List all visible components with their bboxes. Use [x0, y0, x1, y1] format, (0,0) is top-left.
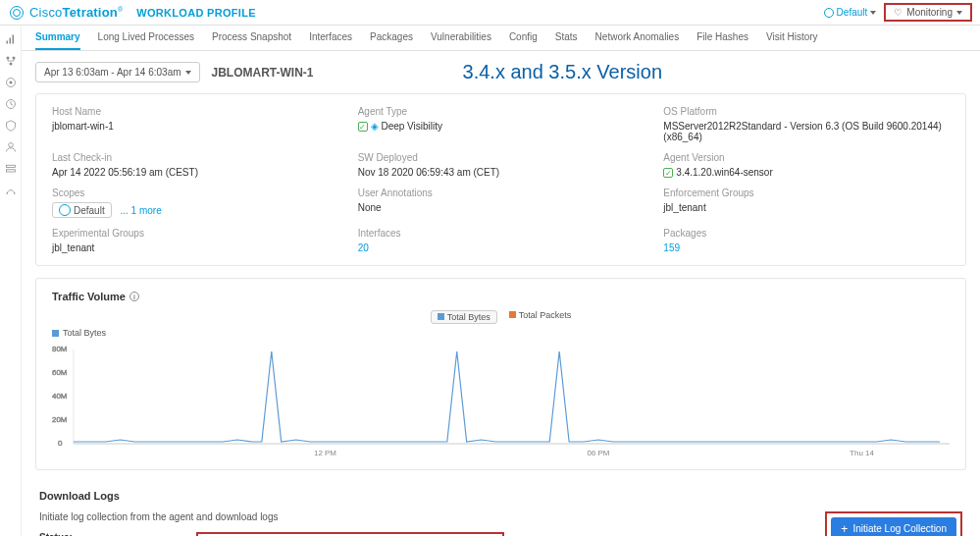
- download-logs-title: Download Logs: [39, 490, 962, 502]
- toggle-total-bytes[interactable]: Total Bytes: [431, 310, 497, 324]
- svg-point-3: [6, 57, 9, 60]
- xaxis-label-1: 12 PM: [314, 449, 336, 457]
- last-checkin-label: Last Check-in: [52, 152, 338, 163]
- initiate-btn-label: Initiate Log Collection: [852, 523, 947, 534]
- tab-visit-history[interactable]: Visit History: [766, 26, 818, 50]
- svg-text:60M: 60M: [52, 368, 67, 377]
- last-checkin-value: Apr 14 2022 05:56:19 am (CEST): [52, 167, 338, 178]
- xaxis-label-2: 06 PM: [587, 449, 609, 457]
- nav-icon-1[interactable]: [5, 33, 17, 45]
- tab-packages[interactable]: Packages: [370, 26, 413, 50]
- host-name-label: Host Name: [52, 106, 338, 117]
- sw-deployed-label: SW Deployed: [358, 152, 645, 163]
- status-label: Status:: [39, 532, 196, 536]
- enforcement-groups-value: jbl_tenant: [663, 202, 950, 213]
- agent-type-value: ✓◈ Deep Visibility: [358, 121, 645, 132]
- series-legend: Total Bytes: [52, 328, 950, 338]
- workload-hostname: JBLOMART-WIN-1: [212, 66, 314, 80]
- tab-vulnerabilities[interactable]: Vulnerabilities: [431, 26, 491, 50]
- tab-file-hashes[interactable]: File Hashes: [696, 26, 748, 50]
- nav-icon-6[interactable]: [5, 141, 17, 153]
- scope-icon: [59, 204, 71, 216]
- svg-rect-10: [6, 165, 15, 167]
- svg-text:20M: 20M: [52, 415, 67, 424]
- bytes-swatch-icon: [438, 313, 444, 320]
- tab-config[interactable]: Config: [509, 26, 538, 50]
- time-range-label: Apr 13 6:03am - Apr 14 6:03am: [44, 67, 181, 78]
- sw-deployed-value: Nov 18 2020 06:59:43 am (CET): [358, 167, 645, 178]
- traffic-volume-title: Traffic Volume i: [52, 291, 950, 302]
- status-box: ✔ Log collection is complete and they ca…: [196, 532, 504, 536]
- svg-rect-1: [9, 38, 11, 44]
- nav-icon-5[interactable]: [5, 120, 17, 132]
- xaxis-label-3: Thu 14: [850, 449, 874, 457]
- nav-icon-4[interactable]: [5, 98, 17, 110]
- left-sidebar: [0, 26, 22, 536]
- toggle-total-packets[interactable]: Total Packets: [509, 310, 572, 324]
- plus-icon: +: [841, 524, 848, 534]
- check-icon: ✓: [358, 122, 368, 132]
- series-swatch-icon: [52, 330, 59, 337]
- packages-value[interactable]: 159: [663, 242, 950, 253]
- scope-default-pill[interactable]: Default: [52, 202, 112, 218]
- tab-long-lived[interactable]: Long Lived Processes: [98, 26, 194, 50]
- tab-network-anomalies[interactable]: Network Anomalies: [595, 26, 680, 50]
- svg-rect-11: [6, 170, 15, 172]
- initiate-highlight: + Initiate Log Collection: [825, 511, 962, 536]
- user-annotations-label: User Annotations: [358, 188, 645, 198]
- svg-text:0: 0: [58, 439, 63, 448]
- chevron-down-icon: [185, 71, 191, 75]
- agent-type-label: Agent Type: [358, 106, 645, 117]
- enforcement-groups-label: Enforcement Groups: [663, 188, 950, 198]
- visibility-icon: ◈: [371, 121, 379, 132]
- agent-version-label: Agent Version: [663, 152, 950, 163]
- nav-icon-2[interactable]: [5, 55, 17, 67]
- nav-icon-3[interactable]: [5, 77, 17, 88]
- packets-swatch-icon: [509, 311, 516, 318]
- traffic-chart[interactable]: 80M60M40M20M0 12 PM 06 PM Thu 14: [52, 340, 950, 457]
- tab-stats[interactable]: Stats: [555, 26, 578, 50]
- tab-summary[interactable]: Summary: [35, 26, 80, 50]
- chevron-down-icon: [956, 11, 962, 15]
- svg-text:40M: 40M: [52, 392, 67, 401]
- interfaces-label: Interfaces: [358, 228, 645, 239]
- svg-point-7: [9, 81, 12, 84]
- experimental-groups-value: jbl_tenant: [52, 242, 338, 253]
- svg-rect-0: [6, 41, 8, 44]
- scopes-label: Scopes: [52, 188, 338, 198]
- svg-point-5: [9, 63, 12, 66]
- svg-text:80M: 80M: [52, 345, 67, 353]
- packages-label: Packages: [663, 228, 950, 239]
- brand: CiscoTetration®: [29, 5, 123, 20]
- monitoring-label: Monitoring: [906, 7, 953, 18]
- info-icon[interactable]: i: [129, 292, 139, 301]
- page-title: WORKLOAD PROFILE: [136, 7, 256, 19]
- os-platform-label: OS Platform: [663, 106, 950, 117]
- scopes-value: Default ... 1 more: [52, 202, 338, 218]
- nav-icon-7[interactable]: [5, 163, 17, 175]
- scope-icon: [824, 8, 834, 18]
- monitor-icon: ♡: [894, 7, 903, 18]
- tab-interfaces[interactable]: Interfaces: [309, 26, 352, 50]
- host-name-value: jblomart-win-1: [52, 121, 338, 132]
- agent-version-value: ✓3.4.1.20.win64-sensor: [663, 167, 950, 178]
- scope-selector[interactable]: Default: [824, 7, 877, 18]
- check-icon: ✓: [663, 168, 673, 178]
- user-annotations-value: None: [358, 202, 645, 213]
- download-logs-desc: Initiate log collection from the agent a…: [39, 511, 825, 522]
- initiate-log-collection-button[interactable]: + Initiate Log Collection: [831, 517, 956, 536]
- tab-bar: Summary Long Lived Processes Process Sna…: [22, 26, 980, 51]
- chevron-down-icon: [870, 11, 876, 15]
- svg-point-13: [14, 192, 16, 194]
- tab-process-snapshot[interactable]: Process Snapshot: [212, 26, 291, 50]
- svg-point-12: [6, 192, 8, 194]
- time-range-picker[interactable]: Apr 13 6:03am - Apr 14 6:03am: [35, 62, 200, 82]
- svg-point-9: [8, 143, 13, 148]
- interfaces-value[interactable]: 20: [358, 242, 645, 253]
- monitoring-dropdown[interactable]: ♡ Monitoring: [884, 3, 972, 22]
- os-platform-value: MSServer2012R2Standard - Version 6.3 (OS…: [663, 121, 950, 142]
- nav-icon-8[interactable]: [5, 185, 17, 196]
- experimental-groups-label: Experimental Groups: [52, 228, 338, 239]
- scope-more-link[interactable]: ... 1 more: [120, 205, 161, 216]
- version-heading: 3.4.x and 3.5.x Version: [463, 61, 662, 83]
